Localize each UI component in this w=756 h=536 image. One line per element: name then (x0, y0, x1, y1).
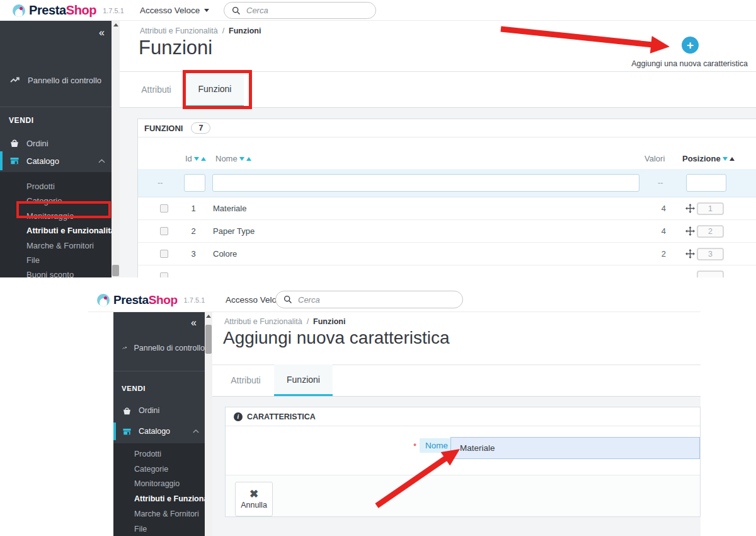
scrollbar-thumb[interactable] (205, 325, 212, 354)
active-indicator (0, 151, 3, 170)
move-handle-icon[interactable] (685, 226, 695, 238)
position-badge[interactable] (697, 271, 724, 277)
column-header-posizione[interactable]: Posizione (682, 154, 735, 163)
table-filter-row: -- -- (138, 169, 756, 197)
submenu-item-attributi-e-funzionalita[interactable]: Attributi e Funzionalità (113, 492, 205, 507)
prestashop-logo[interactable]: PrestaShop 1.7.5.1 (97, 288, 205, 312)
version-label: 1.7.5.1 (103, 7, 124, 15)
submenu-item-marche-fornitori[interactable]: Marche & Fornitori (0, 238, 112, 253)
scrollbar-thumb[interactable] (112, 265, 119, 276)
prestashop-mascot-icon (97, 294, 110, 306)
catalogo-submenu: Prodotti Categorie Monitoraggio Attribut… (0, 172, 112, 277)
move-handle-icon[interactable] (685, 204, 695, 216)
submenu-item-prodotti[interactable]: Prodotti (0, 179, 112, 194)
sidebar-scrollbar[interactable] (112, 21, 120, 277)
tab-attributi[interactable]: Attributi (132, 72, 180, 107)
submenu-item-monitoraggio[interactable]: Monitoraggio (113, 477, 205, 492)
global-search[interactable] (224, 2, 376, 19)
submenu-item-monitoraggio[interactable]: Monitoraggio (0, 209, 112, 223)
tab-attributi[interactable]: Attributi (222, 364, 270, 396)
cell-nome: Colore (213, 249, 237, 259)
sidebar-item-dashboard[interactable]: Pannello di controllo (113, 340, 205, 356)
prestashop-mascot-icon (13, 4, 25, 17)
sidebar-item-ordini[interactable]: Ordini (0, 134, 112, 152)
admin-topbar: PrestaShop 1.7.5.1 Accesso Veloce (88, 284, 701, 312)
sort-asc-icon[interactable] (730, 157, 735, 161)
move-handle-icon[interactable] (685, 249, 695, 261)
sort-asc-icon[interactable] (246, 157, 251, 161)
sort-asc-icon[interactable] (201, 157, 206, 161)
cell-id: 3 (188, 249, 198, 259)
table-row-partial[interactable] (138, 265, 756, 277)
breadcrumb-parent[interactable]: Attributi e Funzionalità (224, 317, 302, 326)
brand-text: PrestaShop (113, 293, 178, 307)
global-search[interactable] (275, 291, 463, 308)
screenshot-add-feature-form: PrestaShop 1.7.5.1 Accesso Veloce « Pann… (88, 284, 701, 536)
table-row[interactable]: 2 Paper Type 4 2 (138, 220, 756, 243)
row-checkbox[interactable] (160, 272, 168, 277)
sidebar-collapse-button[interactable]: « (191, 317, 197, 329)
nome-input[interactable] (450, 437, 700, 459)
filter-nome-input[interactable] (212, 174, 639, 192)
submenu-item-categorie[interactable]: Categorie (113, 462, 205, 477)
submenu-item-prodotti[interactable]: Prodotti (113, 447, 205, 462)
row-checkbox[interactable] (160, 227, 168, 235)
sidebar-section-vendi: VENDI (122, 385, 146, 392)
basket-icon (122, 406, 132, 416)
sidebar-section-vendi: VENDI (9, 116, 34, 125)
position-badge[interactable]: 2 (697, 225, 724, 238)
cancel-button[interactable]: ✖ Annulla (235, 482, 273, 516)
sidebar-collapse-button[interactable]: « (99, 27, 105, 38)
column-header-nome[interactable]: Nome (215, 154, 251, 163)
cell-id: 1 (188, 204, 198, 213)
features-count-badge: 7 (191, 122, 210, 134)
breadcrumb-separator: / (222, 26, 224, 35)
active-indicator (113, 422, 116, 440)
filter-posizione-input[interactable] (686, 174, 726, 192)
tab-funzioni[interactable]: Funzioni (186, 72, 244, 107)
tab-funzioni[interactable]: Funzioni (274, 364, 333, 396)
table-row[interactable]: 3 Colore 2 3 (138, 243, 756, 265)
breadcrumb-current: Funzioni (313, 317, 345, 326)
breadcrumb-parent[interactable]: Attributi e Funzionalità (140, 26, 218, 35)
feature-form-panel-header: i CARATTERISTICA (226, 407, 700, 426)
sidebar-divider (113, 371, 205, 371)
sidebar-item-catalogo[interactable]: Catalogo (0, 151, 112, 170)
sidebar-scrollbar[interactable] (205, 312, 212, 536)
sidebar-item-ordini[interactable]: Ordini (113, 402, 205, 419)
breadcrumb-current: Funzioni (229, 26, 261, 35)
cell-valori: 2 (648, 249, 666, 259)
row-checkbox[interactable] (160, 204, 168, 213)
add-feature-label[interactable]: Aggiungi una nuova caratteristica (631, 59, 748, 68)
submenu-item-categorie[interactable]: Categorie (0, 194, 112, 208)
trending-up-icon (9, 75, 21, 85)
cancel-button-label: Annulla (241, 501, 267, 510)
row-checkbox[interactable] (160, 250, 168, 258)
scroll-up-arrow-icon[interactable] (206, 315, 211, 318)
search-input[interactable] (298, 295, 455, 305)
add-feature-button[interactable]: + (682, 37, 699, 54)
breadcrumb: Attributi e Funzionalità / Funzioni (140, 26, 261, 35)
sort-desc-icon[interactable] (239, 157, 244, 161)
position-badge[interactable]: 3 (697, 248, 724, 260)
cell-valori: 4 (648, 226, 666, 236)
sidebar-item-dashboard[interactable]: Pannello di controllo (0, 71, 112, 89)
search-icon (284, 295, 292, 304)
submenu-item-file[interactable]: File (113, 522, 205, 536)
prestashop-logo[interactable]: PrestaShop 1.7.5.1 (13, 0, 124, 21)
column-header-id[interactable]: Id (185, 154, 206, 163)
filter-id-input[interactable] (184, 174, 205, 192)
quick-access-dropdown[interactable]: Accesso Veloce (140, 0, 209, 21)
scroll-up-arrow-icon[interactable] (113, 23, 118, 26)
submenu-item-file[interactable]: File (0, 253, 112, 267)
table-row[interactable]: 1 Materiale 4 1 (138, 197, 756, 220)
sidebar-item-catalogo[interactable]: Catalogo (113, 422, 205, 440)
position-badge[interactable]: 1 (697, 202, 724, 215)
submenu-item-buoni-sconto[interactable]: Buoni sconto (0, 267, 112, 277)
sort-desc-icon[interactable] (723, 157, 728, 161)
chevron-up-icon (98, 159, 105, 163)
search-input[interactable] (246, 6, 368, 15)
submenu-item-marche-fornitori[interactable]: Marche & Fornitori (113, 507, 205, 522)
submenu-item-attributi-e-funzionalita[interactable]: Attributi e Funzionalità (0, 223, 112, 238)
sort-desc-icon[interactable] (194, 157, 199, 161)
